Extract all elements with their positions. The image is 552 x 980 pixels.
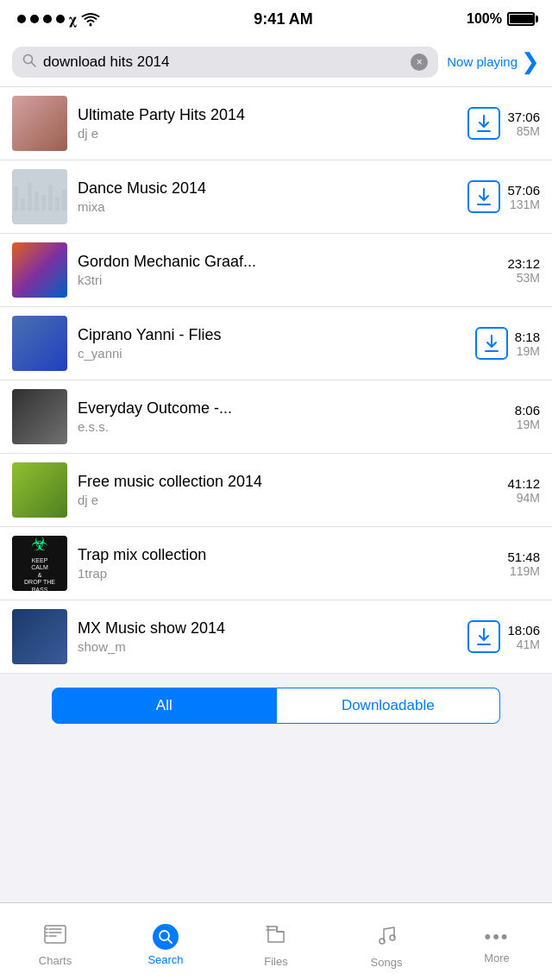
track-title: Trap mix collection	[78, 546, 497, 564]
track-meta: 41:12 94M	[507, 476, 540, 505]
more-icon: •••	[484, 926, 509, 948]
track-title: Ciprano Yanni - Flies	[78, 326, 465, 344]
track-title: Everyday Outcome -...	[78, 399, 505, 418]
download-button[interactable]	[467, 107, 500, 140]
svg-line-2	[32, 63, 36, 67]
track-size: 85M	[507, 124, 540, 138]
track-info: Free music collection 2014 dj e	[78, 473, 497, 507]
filter-all-button[interactable]: All	[52, 688, 277, 724]
filter-bar: All Downloadable	[0, 674, 552, 738]
tab-search[interactable]: Search	[110, 917, 221, 966]
tab-more-label: More	[484, 952, 510, 964]
download-button[interactable]	[467, 620, 500, 653]
track-info: Dance Music 2014 mixa	[78, 179, 457, 214]
filter-downloadable-button[interactable]: Downloadable	[277, 688, 501, 724]
track-size: 119M	[507, 564, 540, 578]
status-time: 9:41 AM	[254, 10, 312, 28]
tab-songs[interactable]: Songs	[331, 915, 442, 969]
now-playing-chevron: ❯	[521, 48, 540, 75]
wifi-icon: 𝛘	[69, 10, 100, 28]
search-icon	[22, 53, 36, 71]
tab-charts-label: Charts	[39, 954, 72, 967]
tab-charts[interactable]: Charts	[0, 917, 110, 967]
track-actions: 57:06 131M	[467, 180, 540, 213]
now-playing-label: Now playing	[447, 53, 518, 71]
track-thumbnail	[12, 242, 67, 298]
songs-icon	[375, 922, 398, 952]
track-info: Ultimate Party Hits 2014 dj e	[78, 106, 457, 141]
track-actions: 51:48 119M	[507, 550, 540, 578]
track-thumbnail	[12, 389, 67, 444]
track-info: MX Music show 2014 show_m	[78, 619, 457, 654]
track-info: Gordon Mechanic Graaf... k3tri	[78, 253, 497, 287]
track-item[interactable]: Dance Music 2014 mixa 57:06 131M	[0, 160, 552, 234]
track-size: 53M	[507, 271, 540, 285]
track-thumbnail: ☣ KEEPCALM&DROP THEBASS	[12, 536, 67, 591]
track-actions: 23:12 53M	[507, 256, 540, 285]
signal-area: 𝛘	[17, 10, 100, 28]
signal-dot	[30, 15, 39, 23]
track-size: 41M	[507, 638, 540, 651]
track-item[interactable]: Ciprano Yanni - Flies c_yanni 8:18 19M	[0, 307, 552, 380]
download-button[interactable]	[475, 327, 508, 360]
track-thumbnail	[12, 316, 67, 371]
track-duration: 23:12	[507, 256, 540, 271]
search-tab-icon	[153, 924, 179, 950]
track-size: 19M	[515, 344, 540, 358]
signal-dot	[17, 15, 26, 23]
track-thumbnail	[12, 462, 67, 518]
track-item[interactable]: Gordon Mechanic Graaf... k3tri 23:12 53M	[0, 234, 552, 307]
track-item[interactable]: Free music collection 2014 dj e 41:12 94…	[0, 454, 552, 527]
track-title: MX Music show 2014	[78, 619, 457, 638]
track-thumbnail	[12, 169, 67, 224]
track-info: Trap mix collection 1trap	[78, 546, 497, 581]
track-artist: 1trap	[78, 566, 497, 581]
track-item[interactable]: ☣ KEEPCALM&DROP THEBASS Trap mix collect…	[0, 527, 552, 600]
tab-more[interactable]: ••• More	[442, 919, 552, 964]
track-artist: k3tri	[78, 273, 497, 287]
track-actions: 8:06 19M	[515, 403, 540, 431]
track-artist: c_yanni	[78, 346, 465, 361]
svg-point-0	[90, 23, 92, 26]
track-size: 131M	[507, 198, 540, 211]
track-artist: dj e	[78, 493, 497, 507]
track-meta: 23:12 53M	[507, 256, 540, 285]
track-item[interactable]: MX Music show 2014 show_m 18:06 41M	[0, 600, 552, 674]
track-title: Dance Music 2014	[78, 179, 457, 198]
track-artist: dj e	[78, 126, 457, 141]
track-meta: 57:06 131M	[507, 183, 540, 211]
tab-files[interactable]: Files	[221, 916, 331, 968]
tab-files-label: Files	[264, 955, 287, 968]
track-duration: 57:06	[507, 183, 540, 198]
track-duration: 41:12	[507, 476, 540, 491]
track-item[interactable]: Everyday Outcome -... e.s.s. 8:06 19M	[0, 380, 552, 454]
soundcloud-bars	[12, 183, 67, 210]
track-duration: 8:06	[515, 403, 540, 418]
track-item[interactable]: Ultimate Party Hits 2014 dj e 37:06 85M	[0, 87, 552, 160]
battery-area: 100%	[467, 11, 535, 27]
track-meta: 18:06 41M	[507, 623, 540, 651]
track-duration: 51:48	[507, 550, 540, 564]
track-artist: e.s.s.	[78, 419, 505, 434]
track-list: Ultimate Party Hits 2014 dj e 37:06 85M …	[0, 87, 552, 674]
search-input-wrapper[interactable]: download hits 2014 ×	[12, 47, 438, 78]
track-meta: 8:18 19M	[515, 330, 540, 358]
track-duration: 8:18	[515, 330, 540, 344]
track-thumbnail	[12, 609, 67, 664]
track-title: Ultimate Party Hits 2014	[78, 106, 457, 124]
track-actions: 37:06 85M	[467, 107, 540, 140]
track-title: Free music collection 2014	[78, 473, 497, 491]
search-input[interactable]: download hits 2014	[43, 53, 404, 71]
track-meta: 51:48 119M	[507, 550, 540, 578]
track-meta: 8:06 19M	[515, 403, 540, 431]
search-clear-button[interactable]: ×	[411, 53, 428, 71]
track-actions: 18:06 41M	[467, 620, 540, 653]
signal-dot	[56, 15, 65, 23]
now-playing-button[interactable]: Now playing ❯	[447, 48, 540, 75]
signal-dot	[43, 15, 52, 23]
download-button[interactable]	[467, 180, 500, 213]
track-actions: 8:18 19M	[475, 327, 540, 360]
track-title: Gordon Mechanic Graaf...	[78, 253, 497, 271]
files-icon	[265, 923, 287, 952]
tab-search-label: Search	[147, 953, 183, 966]
